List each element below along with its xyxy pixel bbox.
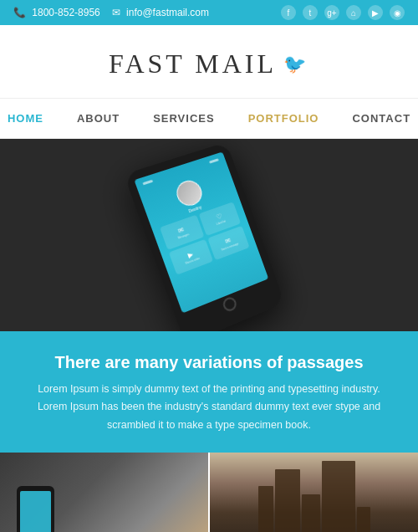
hero-section: Destiny ✉ Messages ♡ Liked list ▶ Shoot	[0, 139, 418, 331]
email-address: info@fastmail.com	[126, 7, 209, 18]
email-icon: ✉	[112, 7, 120, 18]
cta-text: Lorem Ipsum is simply dummy text of the …	[33, 381, 385, 434]
logo-text: FAST MAIL	[109, 49, 277, 79]
nav-item-services[interactable]: SERVICES	[153, 112, 215, 125]
logo-bird-icon: 🐦	[283, 54, 309, 75]
building-4	[322, 461, 355, 532]
cta-section: There are many variations of passages Lo…	[0, 331, 418, 453]
globe-icon[interactable]: ◉	[390, 5, 405, 20]
top-bar: 📞 1800-852-8956 ✉ info@fastmail.com f t …	[0, 0, 418, 25]
thumb-phone-mockup	[17, 486, 54, 532]
nav-item-portfolio[interactable]: PORTFOLIO	[248, 112, 319, 125]
top-bar-contact: 📞 1800-852-8956 ✉ info@fastmail.com	[13, 7, 209, 18]
cta-title: There are many variations of passages	[33, 353, 385, 372]
facebook-icon[interactable]: f	[281, 5, 296, 20]
nav-item-about[interactable]: ABOUT	[77, 112, 120, 125]
twitter-icon[interactable]: t	[303, 5, 318, 20]
phone-mockup: Destiny ✉ Messages ♡ Liked list ▶ Shoot	[99, 139, 311, 331]
thumbnail-right	[210, 453, 418, 532]
email-info: ✉ info@fastmail.com	[112, 7, 209, 18]
building-1	[258, 486, 273, 532]
main-nav: HOME ABOUT SERVICES PORTFOLIO CONTACT	[0, 99, 418, 139]
phone-outer: Destiny ✉ Messages ♡ Liked list ▶ Shoot	[124, 142, 285, 331]
nav-item-contact[interactable]: CONTACT	[352, 112, 410, 125]
header: FAST MAIL 🐦	[0, 25, 418, 99]
youtube-icon[interactable]: ▶	[368, 5, 383, 20]
logo: FAST MAIL 🐦	[109, 49, 309, 79]
status-battery	[209, 158, 219, 163]
thumb-phone-screen	[20, 491, 51, 532]
thumbnail-row	[0, 453, 418, 532]
phone-screen: Destiny ✉ Messages ♡ Liked list ▶ Shoot	[134, 151, 268, 313]
building-2	[275, 469, 300, 532]
phone-home-button[interactable]	[222, 295, 238, 313]
rss-icon[interactable]: ⌂	[346, 5, 361, 20]
phone-number: 1800-852-8956	[32, 7, 99, 18]
building-3	[302, 494, 320, 532]
google-plus-icon[interactable]: g+	[324, 5, 339, 20]
phone-info: 📞 1800-852-8956	[13, 7, 100, 18]
building-5	[357, 507, 370, 532]
phone-screen-inner: Destiny ✉ Messages ♡ Liked list ▶ Shoot	[134, 151, 268, 313]
thumb-buildings	[210, 461, 418, 532]
thumbnail-left	[0, 453, 208, 532]
status-signal	[142, 180, 153, 186]
phone-icon: 📞	[13, 7, 26, 18]
phone-app-grid: ✉ Messages ♡ Liked list ▶ Shoot a video	[160, 202, 249, 274]
nav-item-home[interactable]: HOME	[8, 112, 43, 125]
social-links: f t g+ ⌂ ▶ ◉	[281, 5, 405, 20]
